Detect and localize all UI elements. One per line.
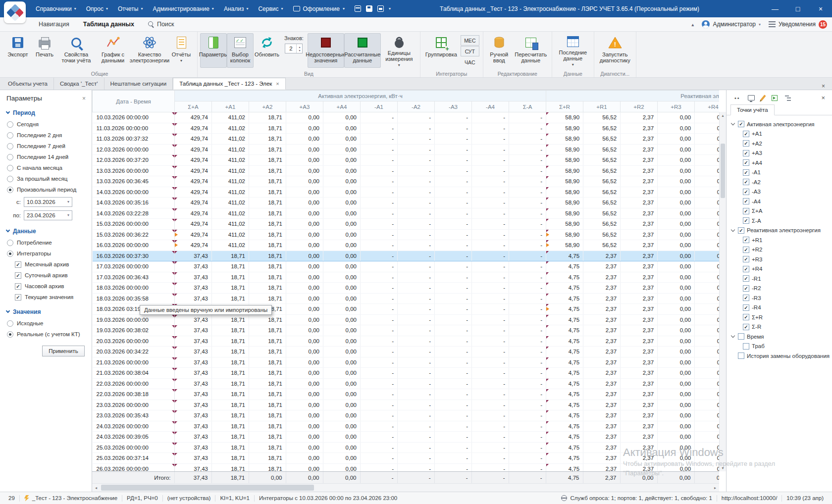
table-cell[interactable]: 18,71 — [249, 123, 286, 134]
table-cell[interactable]: 2,37 — [621, 325, 658, 336]
table-cell[interactable]: 4,75 — [546, 442, 583, 453]
table-cell[interactable]: 0,00 — [695, 176, 719, 187]
table-cell[interactable]: 0,00 — [695, 400, 719, 410]
table-cell[interactable]: - — [361, 442, 398, 453]
table-cell[interactable]: 0,00 — [323, 421, 361, 432]
table-cell[interactable]: 0,00 — [658, 176, 695, 187]
table-cell[interactable]: 18,71 — [249, 463, 286, 471]
table-cell[interactable]: 37,43 — [175, 410, 212, 421]
table-cell[interactable]: - — [472, 336, 509, 347]
table-row[interactable]: 25.03.2026 00:00:0037,4318,7118,710,000,… — [93, 442, 720, 453]
table-cell[interactable]: 18,71 — [249, 229, 286, 240]
menu-item-сервис[interactable]: Сервис▾ — [253, 0, 288, 17]
table-cell[interactable]: 56,52 — [583, 240, 621, 251]
table-cell[interactable]: 0,00 — [323, 219, 361, 230]
table-cell[interactable]: 2,37 — [583, 432, 621, 443]
table-cell[interactable]: - — [435, 293, 472, 304]
table-cell[interactable]: 0,00 — [286, 198, 323, 208]
cell-date[interactable]: 13.03.2026 00:36:45 — [93, 176, 175, 187]
table-cell[interactable]: - — [472, 165, 509, 176]
tree-item[interactable]: ✓Σ+R — [730, 312, 830, 322]
table-cell[interactable]: 0,00 — [658, 400, 695, 410]
table-cell[interactable]: 18,71 — [212, 261, 249, 272]
radio-icon[interactable] — [7, 143, 13, 150]
table-cell[interactable]: 18,71 — [212, 347, 249, 357]
cell-date[interactable]: 13.03.2026 00:00:00 — [93, 165, 175, 176]
table-cell[interactable]: 0,00 — [695, 410, 719, 421]
ribbon-button[interactable]: Экспорт — [4, 33, 31, 68]
table-cell[interactable]: 411,02 — [212, 112, 249, 123]
table-cell[interactable]: - — [509, 389, 546, 400]
table-cell[interactable]: 18,71 — [212, 378, 249, 389]
cell-date[interactable]: 26.03.2026 00:00:00 — [93, 463, 175, 471]
cell-date[interactable]: 24.03.2026 00:00:00 — [93, 421, 175, 432]
table-cell[interactable]: - — [435, 198, 472, 208]
table-cell[interactable]: - — [509, 463, 546, 471]
table-cell[interactable]: 56,52 — [583, 229, 621, 240]
table-cell[interactable]: 2,37 — [621, 176, 658, 187]
table-cell[interactable]: - — [509, 314, 546, 325]
radio-icon[interactable] — [7, 320, 13, 327]
table-row[interactable]: 13.03.2026 00:36:45429,74411,0218,710,00… — [93, 176, 720, 187]
table-cell[interactable]: 0,00 — [695, 219, 719, 230]
table-cell[interactable]: 0,00 — [695, 283, 719, 294]
table-cell[interactable]: 0,00 — [658, 261, 695, 272]
apply-button[interactable]: Применить — [42, 346, 85, 356]
table-cell[interactable]: 58,90 — [546, 155, 583, 166]
ribbon-button[interactable]: Группировка — [423, 33, 460, 68]
table-cell[interactable]: 18,71 — [212, 432, 249, 443]
table-cell[interactable]: 0,00 — [658, 219, 695, 230]
table-cell[interactable]: - — [398, 453, 435, 464]
radio-icon[interactable] — [7, 132, 13, 139]
tree-checkbox[interactable] — [743, 343, 749, 350]
table-cell[interactable]: 0,00 — [695, 251, 719, 261]
table-cell[interactable]: 0,00 — [695, 112, 719, 123]
table-cell[interactable]: 18,71 — [212, 463, 249, 471]
table-cell[interactable]: 429,74 — [175, 187, 212, 198]
table-cell[interactable]: 411,02 — [212, 176, 249, 187]
menu-item-справочники[interactable]: Справочники▾ — [31, 0, 81, 17]
cell-date[interactable]: 22.03.2026 00:38:18 — [93, 389, 175, 400]
table-cell[interactable]: 2,37 — [583, 293, 621, 304]
table-cell[interactable]: 0,00 — [323, 134, 361, 145]
table-row[interactable]: 11.03.2026 00:37:32429,74411,0218,710,00… — [93, 134, 720, 145]
table-cell[interactable]: 37,43 — [175, 347, 212, 357]
table-cell[interactable]: - — [435, 336, 472, 347]
table-row[interactable]: 15.03.2026 00:36:22429,74411,0218,710,00… — [93, 229, 720, 240]
table-cell[interactable]: 56,52 — [583, 165, 621, 176]
ribbon-button[interactable]: Рассчитанные данные — [344, 33, 381, 68]
table-cell[interactable]: 429,74 — [175, 134, 212, 145]
table-cell[interactable]: 0,00 — [323, 165, 361, 176]
cell-date[interactable]: 17.03.2026 00:00:00 — [93, 261, 175, 272]
table-cell[interactable]: 2,37 — [621, 229, 658, 240]
table-cell[interactable]: 18,71 — [249, 219, 286, 230]
cell-date[interactable]: 15.03.2026 00:00:00 — [93, 219, 175, 230]
table-cell[interactable]: 18,71 — [249, 176, 286, 187]
column-header[interactable]: +A2 — [249, 101, 286, 112]
table-cell[interactable]: - — [398, 389, 435, 400]
radio-icon[interactable] — [7, 176, 13, 182]
column-header[interactable]: +R2 — [621, 101, 658, 112]
window-layout-icon[interactable] — [355, 5, 361, 12]
table-cell[interactable]: - — [472, 219, 509, 230]
radio-option[interactable]: Произвольный период — [0, 184, 92, 195]
table-cell[interactable]: 0,00 — [286, 251, 323, 261]
ribbon-button[interactable]: Обновить — [254, 33, 280, 68]
table-cell[interactable]: - — [398, 347, 435, 357]
radio-option[interactable]: Последние 7 дней — [0, 141, 92, 151]
table-cell[interactable]: 411,02 — [212, 155, 249, 166]
column-header[interactable]: +A3 — [286, 101, 323, 112]
table-row[interactable]: 26.03.2026 00:00:0037,4318,7118,710,000,… — [93, 463, 720, 471]
tree-checkbox[interactable]: ✓ — [743, 159, 749, 166]
table-cell[interactable]: 0,00 — [286, 134, 323, 145]
table-cell[interactable]: - — [361, 463, 398, 471]
table-cell[interactable]: - — [509, 219, 546, 230]
table-cell[interactable]: - — [435, 208, 472, 219]
table-cell[interactable]: - — [472, 155, 509, 166]
table-cell[interactable]: 18,71 — [249, 283, 286, 294]
radio-icon[interactable] — [7, 331, 13, 338]
table-cell[interactable]: 0,00 — [695, 368, 719, 379]
checkbox-icon[interactable]: ✓ — [15, 283, 21, 290]
table-cell[interactable]: 18,71 — [249, 251, 286, 261]
table-cell[interactable]: 37,43 — [175, 421, 212, 432]
